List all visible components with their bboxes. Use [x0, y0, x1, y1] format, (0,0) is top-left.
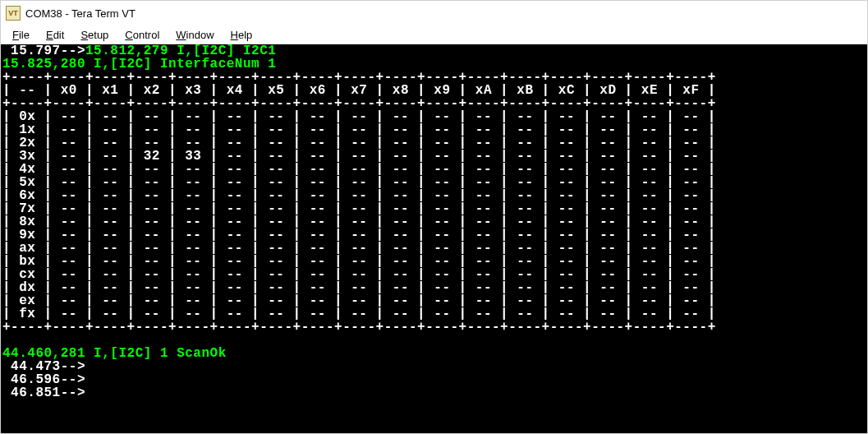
menu-help[interactable]: Help: [223, 27, 261, 43]
menu-edit[interactable]: Edit: [38, 27, 72, 43]
titlebar[interactable]: VT COM38 - Tera Term VT: [1, 1, 867, 25]
terminal-output[interactable]: 15.797-->15.812,279 I,[I2C] I2C1 15.825,…: [1, 44, 867, 433]
window-title: COM38 - Tera Term VT: [25, 7, 135, 20]
menubar: File Edit Setup Control Window Help: [1, 25, 867, 44]
menu-file[interactable]: File: [4, 27, 38, 43]
app-icon: VT: [6, 6, 21, 21]
menu-window[interactable]: Window: [168, 27, 222, 43]
menu-control[interactable]: Control: [117, 27, 168, 43]
window: VT COM38 - Tera Term VT File Edit Setup …: [0, 0, 868, 434]
menu-setup[interactable]: Setup: [72, 27, 117, 43]
